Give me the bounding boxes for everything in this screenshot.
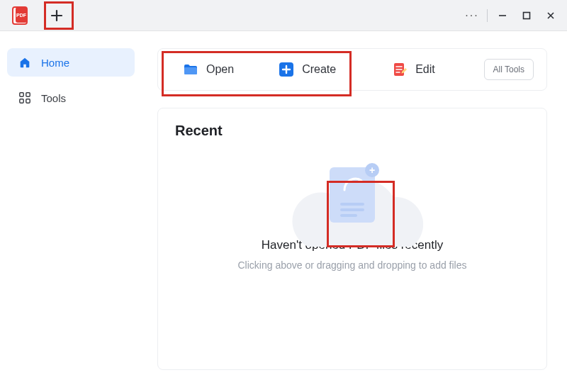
svg-rect-7 [26, 99, 30, 103]
open-button[interactable]: Open [171, 55, 245, 84]
close-button[interactable] [539, 4, 563, 28]
create-plus-icon [278, 61, 295, 78]
pdf-lines-icon [340, 200, 364, 217]
pdf-swirl-icon [340, 174, 364, 194]
svg-text:PDF: PDF [16, 13, 27, 18]
svg-rect-6 [20, 99, 23, 103]
svg-rect-3 [524, 12, 530, 18]
create-button[interactable]: Create [266, 55, 347, 84]
edit-doc-icon [391, 61, 408, 78]
recent-title: Recent [175, 123, 529, 139]
more-menu-button[interactable]: ··· [460, 4, 484, 28]
plus-badge-icon: + [365, 163, 379, 177]
titlebar-separator [487, 9, 488, 22]
svg-rect-4 [20, 93, 23, 96]
sidebar-item-label: Home [41, 57, 69, 69]
recent-panel: Recent + Haven't opened PDF files recent… [157, 108, 547, 370]
recent-empty-state: + Haven't opened PDF files recently Clic… [175, 167, 529, 271]
action-bar: Open Create Edit [157, 48, 547, 91]
tools-icon [17, 91, 33, 104]
create-button-label: Create [302, 63, 336, 76]
sidebar-item-label: Tools [41, 92, 66, 104]
edit-button-label: Edit [415, 63, 435, 76]
app-logo-icon: PDF [9, 4, 33, 28]
empty-subtext: Clicking above or dragging and dropping … [238, 259, 467, 271]
sidebar: Home Tools [0, 31, 142, 392]
home-icon [17, 56, 33, 69]
app-body: Home Tools Open [0, 31, 567, 392]
main-area: Open Create Edit [142, 31, 567, 392]
all-tools-label: All Tools [493, 65, 524, 74]
open-button-label: Open [206, 63, 234, 76]
edit-button[interactable]: Edit [380, 55, 447, 84]
new-tab-button[interactable] [44, 3, 69, 28]
all-tools-button[interactable]: All Tools [484, 59, 534, 80]
minimize-button[interactable] [490, 4, 515, 28]
svg-rect-8 [184, 67, 197, 74]
pdf-placeholder-icon[interactable]: + [330, 167, 375, 223]
titlebar: PDF ··· [0, 0, 567, 31]
folder-icon [182, 61, 199, 78]
sidebar-item-home[interactable]: Home [7, 48, 135, 77]
maximize-button[interactable] [515, 4, 539, 28]
svg-rect-5 [26, 93, 30, 96]
sidebar-item-tools[interactable]: Tools [7, 84, 135, 112]
